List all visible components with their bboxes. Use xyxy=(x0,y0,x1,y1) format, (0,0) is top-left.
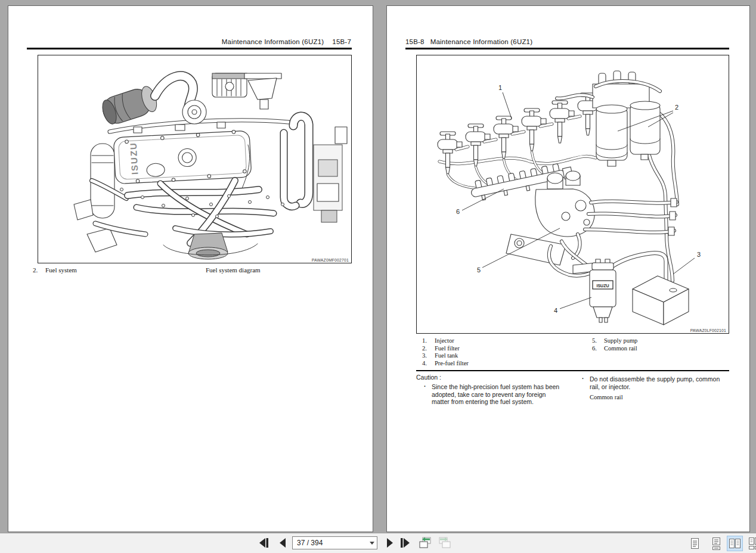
legend-5-label: Supply pump xyxy=(604,337,637,344)
left-page-header: Maintenance Information (6UZ1)15B-7 xyxy=(222,38,351,45)
status-bar: 37 / 394 xyxy=(0,533,756,553)
right-page-header: 15B-8Maintenance Information (6UZ1) xyxy=(405,38,532,45)
next-view-button[interactable] xyxy=(437,535,453,551)
bullet-glyph-right: · xyxy=(582,375,584,383)
caution-bullet-right: ·Do not disassemble the supply pump, com… xyxy=(590,375,732,390)
right-header-page-code: 15B-8 xyxy=(405,38,425,45)
document-page-right: 15B-8Maintenance Information (6UZ1) xyxy=(386,5,750,532)
legend-6-label: Common rail xyxy=(604,345,637,352)
callout-2: 2 xyxy=(675,104,678,111)
single-page-layout-icon xyxy=(687,536,702,551)
caption-index: 2. xyxy=(33,266,38,274)
pre-fuel-filter-isuzu-label: ISUZU xyxy=(597,284,609,288)
fuel-figure-box: ISUZU 1 2 3 4 5 6 PAWAZ0LF002101 xyxy=(416,55,729,334)
legend-2-num: 2. xyxy=(422,345,427,352)
legend-5-num: 5. xyxy=(592,337,597,344)
engine-figure-box: ISUZU xyxy=(38,55,352,263)
next-page-button[interactable] xyxy=(382,535,397,551)
caution-bullet-left: ·Since the high-precision fuel system ha… xyxy=(432,383,560,406)
page-number-combobox[interactable]: 37 / 394 xyxy=(292,536,377,549)
legend-3-label: Fuel tank xyxy=(435,352,458,359)
continuous-layout-icon xyxy=(709,536,724,551)
layout-single-page-button[interactable] xyxy=(687,536,703,551)
caution-subheading: Common rail xyxy=(590,394,623,400)
first-page-button[interactable] xyxy=(256,535,272,551)
figure-code-left: PAWAZ0MF002701 xyxy=(312,258,349,262)
legend-6-num: 6. xyxy=(592,345,597,352)
left-header-title: Maintenance Information (6UZ1) xyxy=(222,38,324,45)
caution-heading: Caution : xyxy=(416,374,441,381)
combobox-dropdown-arrow-icon xyxy=(370,542,374,545)
engine-isuzu-logo: ISUZU xyxy=(128,142,140,175)
figure-code-right: PAWAZ0LF002101 xyxy=(690,328,726,333)
page-indicator: 37 / 394 xyxy=(297,539,323,547)
legend-4-num: 4. xyxy=(422,360,427,366)
previous-view-icon xyxy=(417,535,433,551)
callout-6: 6 xyxy=(456,208,460,215)
left-header-rule xyxy=(27,48,352,49)
layout-facing-pages-button[interactable] xyxy=(727,536,743,551)
next-view-icon xyxy=(437,535,453,551)
caution-divider-rule xyxy=(416,370,729,371)
callout-1: 1 xyxy=(498,84,502,91)
left-header-page-code: 15B-7 xyxy=(332,38,351,45)
previous-view-button[interactable] xyxy=(417,535,433,551)
legend-1-label: Injector xyxy=(435,337,454,344)
layout-continuous-button[interactable] xyxy=(708,536,724,551)
first-page-icon xyxy=(256,535,272,551)
facing-pages-layout-icon xyxy=(727,536,742,551)
previous-page-icon xyxy=(275,535,291,551)
callout-5: 5 xyxy=(477,266,481,274)
legend-3-num: 3. xyxy=(422,352,427,359)
figure-title: Fuel system diagram xyxy=(206,266,261,274)
legend-2-label: Fuel filter xyxy=(435,345,460,352)
bullet-glyph-left: · xyxy=(424,383,426,390)
previous-page-button[interactable] xyxy=(275,535,291,551)
right-header-title: Maintenance Information (6UZ1) xyxy=(430,38,533,45)
callout-3: 3 xyxy=(697,251,701,258)
caption-label: Fuel system xyxy=(45,266,77,274)
continuous-facing-layout-icon xyxy=(747,536,756,551)
engine-illustration: ISUZU xyxy=(38,55,351,263)
layout-continuous-facing-button[interactable] xyxy=(746,536,756,551)
legend-4-label: Pre-fuel filter xyxy=(435,360,469,366)
fuel-system-diagram: ISUZU 1 2 3 4 5 6 xyxy=(417,55,729,333)
last-page-icon xyxy=(397,535,413,551)
next-page-icon xyxy=(382,535,397,551)
legend-1-num: 1. xyxy=(422,337,427,344)
right-header-rule xyxy=(405,48,729,49)
callout-4: 4 xyxy=(554,307,557,314)
document-page-left: Maintenance Information (6UZ1)15B-7 xyxy=(8,5,373,532)
last-page-button[interactable] xyxy=(397,535,413,551)
